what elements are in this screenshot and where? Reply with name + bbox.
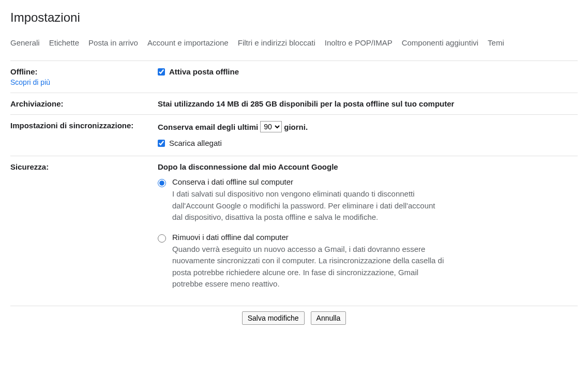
security-label: Sicurezza:	[10, 162, 49, 171]
remove-data-title: Rimuovi i dati offline dal computer	[172, 233, 447, 242]
enable-offline-label: Attiva posta offline	[169, 67, 239, 76]
save-button[interactable]: Salva modifiche	[242, 311, 305, 325]
tab-forwarding[interactable]: Inoltro e POP/IMAP	[325, 35, 393, 50]
sync-prefix: Conserva email degli ultimi	[158, 123, 258, 131]
cancel-button[interactable]: Annulla	[311, 311, 346, 325]
remove-data-radio[interactable]	[158, 234, 166, 243]
learn-more-link[interactable]: Scopri di più	[10, 78, 158, 86]
tab-themes[interactable]: Temi	[488, 35, 504, 50]
sync-days-select[interactable]: 90	[260, 121, 282, 132]
offline-section: Offline: Scopri di più Attiva posta offl…	[10, 61, 578, 93]
enable-offline-checkbox[interactable]	[158, 68, 165, 76]
storage-text: Stai utilizzando 14 MB di 285 GB disponi…	[158, 99, 454, 108]
storage-section: Archiviazione: Stai utilizzando 14 MB di…	[10, 93, 578, 114]
tab-filters[interactable]: Filtri e indirizzi bloccati	[238, 35, 315, 50]
tab-accounts[interactable]: Account e importazione	[147, 35, 229, 50]
tab-addons[interactable]: Componenti aggiuntivi	[402, 35, 478, 50]
download-attachments-label: Scarica allegati	[169, 139, 222, 147]
sync-label: Impostazioni di sincronizzazione:	[10, 121, 133, 130]
remove-data-desc: Quando verrà eseguito un nuovo accesso a…	[172, 244, 447, 290]
sync-section: Impostazioni di sincronizzazione: Conser…	[10, 114, 578, 156]
action-buttons: Salva modifiche Annulla	[10, 306, 578, 328]
security-heading: Dopo la disconnessione dal mio Account G…	[158, 162, 578, 171]
tab-labels[interactable]: Etichette	[49, 35, 79, 50]
sync-suffix: giorni.	[284, 123, 308, 131]
security-option-remove: Rimuovi i dati offline dal computer Quan…	[158, 233, 447, 290]
tab-general[interactable]: Generali	[10, 35, 40, 50]
storage-label: Archiviazione:	[10, 99, 64, 108]
security-section: Sicurezza: Dopo la disconnessione dal mi…	[10, 156, 578, 306]
page-title: Impostazioni	[10, 10, 578, 25]
security-option-keep: Conserva i dati offline sul computer I d…	[158, 177, 447, 223]
offline-label: Offline:	[10, 67, 38, 76]
keep-data-desc: I dati salvati sul dispositivo non vengo…	[172, 188, 447, 223]
keep-data-radio[interactable]	[158, 179, 166, 187]
keep-data-title: Conserva i dati offline sul computer	[172, 177, 447, 186]
download-attachments-checkbox[interactable]	[158, 140, 165, 147]
settings-tabs: Generali Etichette Posta in arrivo Accou…	[10, 35, 578, 54]
tab-inbox[interactable]: Posta in arrivo	[88, 35, 138, 50]
